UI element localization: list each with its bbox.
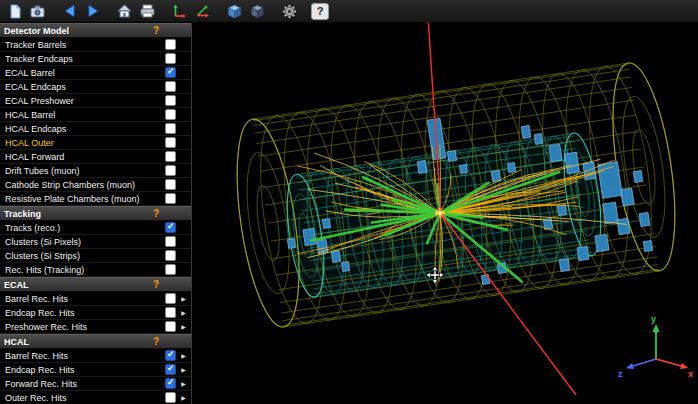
sidebar-item-ecal-preshower[interactable]: ECAL Preshower bbox=[0, 94, 191, 108]
expand-arrow-icon[interactable]: ▶ bbox=[179, 363, 188, 377]
item-label: Barrel Rec. Hits bbox=[5, 294, 161, 304]
item-checkbox[interactable] bbox=[165, 53, 176, 64]
item-checkbox[interactable] bbox=[165, 222, 176, 233]
yx-view-button[interactable] bbox=[169, 2, 190, 20]
item-checkbox[interactable] bbox=[165, 179, 176, 190]
main-content: Detector Model?Tracker BarrelsTracker En… bbox=[0, 23, 698, 404]
reset-view-button[interactable] bbox=[114, 2, 135, 20]
sidebar-item-hcal-forward[interactable]: HCAL Forward bbox=[0, 150, 191, 164]
section-header-hcal[interactable]: HCAL? bbox=[0, 334, 191, 349]
item-checkbox[interactable] bbox=[165, 165, 176, 176]
section-help-icon[interactable]: ? bbox=[153, 279, 159, 290]
event-3d-scene[interactable]: yxz bbox=[192, 23, 698, 404]
axes-yx-icon bbox=[172, 4, 187, 18]
item-checkbox[interactable] bbox=[165, 293, 176, 304]
axis-label-y: y bbox=[651, 314, 656, 324]
item-checkbox[interactable] bbox=[165, 378, 176, 389]
camera-icon bbox=[30, 5, 45, 18]
previous-event-button[interactable] bbox=[59, 2, 80, 20]
cube-dark-icon bbox=[250, 4, 265, 19]
screenshot-button[interactable] bbox=[27, 2, 48, 20]
axes-gizmo: yxz bbox=[618, 314, 693, 379]
item-label: Cathode Strip Chambers (muon) bbox=[5, 180, 161, 190]
section-help-icon[interactable]: ? bbox=[153, 336, 159, 347]
sidebar-item-clusters-si-pixels[interactable]: Clusters (Si Pixels) bbox=[0, 235, 191, 249]
item-checkbox[interactable] bbox=[165, 264, 176, 275]
item-checkbox[interactable] bbox=[165, 151, 176, 162]
sidebar-item-forward-rec-hits[interactable]: Forward Rec. Hits▶ bbox=[0, 377, 191, 391]
toolbar-separator bbox=[269, 2, 278, 20]
toolbar-separator bbox=[301, 2, 310, 20]
perspective-view-button[interactable] bbox=[224, 2, 245, 20]
item-checkbox[interactable] bbox=[165, 109, 176, 120]
sidebar-item-barrel-rec-hits[interactable]: Barrel Rec. Hits▶ bbox=[0, 349, 191, 363]
sidebar-item-outer-rec-hits[interactable]: Outer Rec. Hits▶ bbox=[0, 391, 191, 404]
item-checkbox[interactable] bbox=[165, 81, 176, 92]
expand-arrow-icon[interactable]: ▶ bbox=[179, 292, 188, 306]
item-checkbox[interactable] bbox=[165, 67, 176, 78]
item-checkbox[interactable] bbox=[165, 95, 176, 106]
open-file-button[interactable] bbox=[4, 2, 25, 20]
section-header-detector-model[interactable]: Detector Model? bbox=[0, 23, 191, 38]
item-checkbox[interactable] bbox=[165, 350, 176, 361]
expand-arrow-icon[interactable]: ▶ bbox=[179, 377, 188, 391]
sidebar-item-preshower-rec-hits[interactable]: Preshower Rec. Hits▶ bbox=[0, 320, 191, 334]
item-label: Preshower Rec. Hits bbox=[5, 322, 161, 332]
item-label: Drift Tubes (muon) bbox=[5, 166, 161, 176]
item-label: ECAL Endcaps bbox=[5, 82, 161, 92]
section-header-ecal[interactable]: ECAL? bbox=[0, 277, 191, 292]
sidebar-item-hcal-barrel[interactable]: HCAL Barrel bbox=[0, 108, 191, 122]
item-checkbox[interactable] bbox=[165, 123, 176, 134]
sidebar-item-tracks-reco[interactable]: Tracks (reco.) bbox=[0, 221, 191, 235]
3d-viewport[interactable]: yxz bbox=[192, 23, 698, 404]
item-label: HCAL Outer bbox=[5, 138, 161, 148]
rz-view-button[interactable] bbox=[192, 2, 213, 20]
sidebar-item-rec-hits-tracking[interactable]: Rec. Hits (Tracking) bbox=[0, 263, 191, 277]
item-checkbox[interactable] bbox=[165, 39, 176, 50]
item-checkbox[interactable] bbox=[165, 321, 176, 332]
item-label: ECAL Preshower bbox=[5, 96, 161, 106]
sidebar-item-resistive-plate-chambers-muon[interactable]: Resistive Plate Chambers (muon) bbox=[0, 192, 191, 206]
section-header-tracking[interactable]: Tracking? bbox=[0, 206, 191, 221]
sidebar-item-endcap-rec-hits[interactable]: Endcap Rec. Hits▶ bbox=[0, 306, 191, 320]
sidebar-item-tracker-endcaps[interactable]: Tracker Endcaps bbox=[0, 52, 191, 66]
item-checkbox[interactable] bbox=[165, 392, 176, 403]
sidebar-item-hcal-endcaps[interactable]: HCAL Endcaps bbox=[0, 122, 191, 136]
help-button[interactable]: ? bbox=[311, 3, 329, 20]
expand-arrow-icon[interactable]: ▶ bbox=[179, 349, 188, 363]
settings-button[interactable] bbox=[279, 2, 300, 20]
sidebar-item-ecal-barrel[interactable]: ECAL Barrel bbox=[0, 66, 191, 80]
item-label: Rec. Hits (Tracking) bbox=[5, 265, 161, 275]
sidebar-item-clusters-si-strips[interactable]: Clusters (Si Strips) bbox=[0, 249, 191, 263]
expand-arrow-icon[interactable]: ▶ bbox=[179, 320, 188, 334]
item-label: Endcap Rec. Hits bbox=[5, 365, 161, 375]
sidebar-item-endcap-rec-hits[interactable]: Endcap Rec. Hits▶ bbox=[0, 363, 191, 377]
item-label: Endcap Rec. Hits bbox=[5, 308, 161, 318]
section-help-icon[interactable]: ? bbox=[153, 25, 159, 36]
expand-arrow-icon[interactable]: ▶ bbox=[179, 391, 188, 404]
toolbar-separator bbox=[49, 2, 58, 20]
item-checkbox[interactable] bbox=[165, 193, 176, 204]
gear-icon bbox=[282, 4, 297, 19]
item-checkbox[interactable] bbox=[165, 364, 176, 375]
sidebar-item-cathode-strip-chambers-muon[interactable]: Cathode Strip Chambers (muon) bbox=[0, 178, 191, 192]
sidebar-item-tracker-barrels[interactable]: Tracker Barrels bbox=[0, 38, 191, 52]
print-icon bbox=[140, 4, 155, 18]
item-checkbox[interactable] bbox=[165, 236, 176, 247]
item-label: Clusters (Si Pixels) bbox=[5, 237, 161, 247]
print-button[interactable] bbox=[137, 2, 158, 20]
sidebar-item-hcal-outer[interactable]: HCAL Outer bbox=[0, 136, 191, 150]
sidebar-item-barrel-rec-hits[interactable]: Barrel Rec. Hits▶ bbox=[0, 292, 191, 306]
section-help-icon[interactable]: ? bbox=[153, 208, 159, 219]
sidebar-item-ecal-endcaps[interactable]: ECAL Endcaps bbox=[0, 80, 191, 94]
item-checkbox[interactable] bbox=[165, 250, 176, 261]
orthographic-view-button[interactable] bbox=[247, 2, 268, 20]
item-checkbox[interactable] bbox=[165, 307, 176, 318]
arrow-right-icon bbox=[86, 4, 100, 18]
next-event-button[interactable] bbox=[82, 2, 103, 20]
item-checkbox[interactable] bbox=[165, 137, 176, 148]
item-label: Outer Rec. Hits bbox=[5, 393, 161, 403]
expand-arrow-icon[interactable]: ▶ bbox=[179, 306, 188, 320]
sidebar-item-drift-tubes-muon[interactable]: Drift Tubes (muon) bbox=[0, 164, 191, 178]
axis-label-x: x bbox=[688, 369, 693, 379]
